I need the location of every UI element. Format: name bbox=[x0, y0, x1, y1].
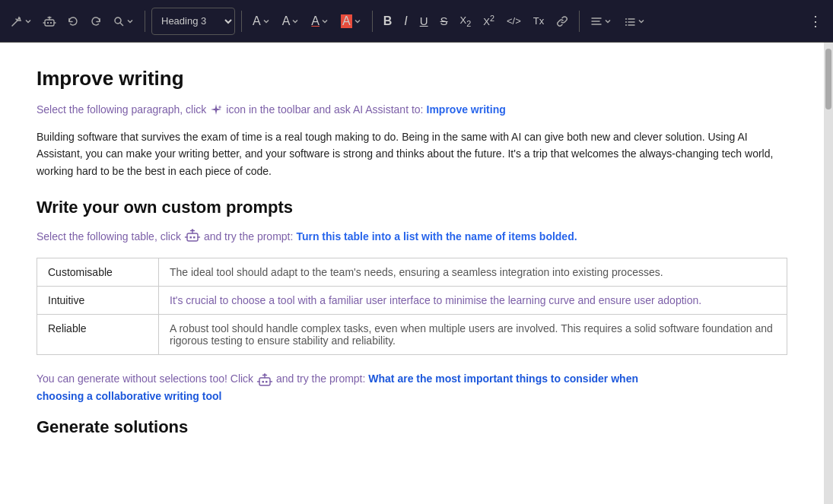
robot-icon bbox=[184, 227, 201, 246]
svg-point-16 bbox=[264, 374, 265, 376]
chevron-down-icon bbox=[321, 17, 329, 25]
font-size-button[interactable]: A bbox=[248, 8, 275, 35]
chevron-down-icon bbox=[262, 17, 270, 25]
instruction-highlight-2: Turn this table into a list with the nam… bbox=[296, 230, 577, 242]
svg-point-6 bbox=[625, 18, 627, 20]
code-button[interactable]: </> bbox=[502, 8, 526, 35]
bottom-mid: and try the prompt: bbox=[276, 372, 366, 385]
link-button[interactable] bbox=[552, 8, 573, 35]
svg-rect-14 bbox=[262, 381, 265, 383]
italic-button[interactable]: I bbox=[399, 8, 412, 35]
align-icon bbox=[590, 15, 602, 27]
svg-rect-1 bbox=[45, 20, 54, 26]
link-icon bbox=[556, 15, 568, 27]
editor-wrapper[interactable]: Improve writing Select the following par… bbox=[0, 43, 824, 504]
clear-format-button[interactable]: Tx bbox=[529, 8, 548, 35]
redo-icon bbox=[90, 15, 102, 27]
svg-rect-3 bbox=[50, 22, 52, 24]
chevron-down-icon bbox=[604, 17, 612, 25]
table-cell-col1-1: Intuitive bbox=[37, 287, 159, 315]
instruction-post-1: icon in the toolbar and ask AI Assistant… bbox=[226, 103, 423, 116]
table-cell-col2-0: The ideal tool should adapt to the team'… bbox=[159, 258, 787, 287]
table-cell-col2-2: A robust tool should handle complex task… bbox=[159, 315, 787, 355]
more-options-button[interactable]: ⋮ bbox=[804, 8, 827, 35]
data-table: Customisable The ideal tool should adapt… bbox=[37, 258, 787, 355]
toolbar-group-tools bbox=[6, 8, 138, 35]
svg-point-5 bbox=[115, 17, 121, 24]
svg-point-4 bbox=[49, 16, 50, 17]
magic-wand-button[interactable] bbox=[6, 8, 37, 35]
table-cell-col2-1: It's crucial to choose a tool with a fam… bbox=[159, 287, 787, 315]
strikethrough-label: S bbox=[440, 14, 448, 27]
table-row: Intuitive It's crucial to choose a tool … bbox=[37, 287, 787, 315]
section2-heading: Write your own custom prompts bbox=[37, 198, 787, 217]
strikethrough-button[interactable]: S bbox=[436, 8, 453, 35]
subscript-label: X2 bbox=[460, 14, 472, 28]
search-replace-button[interactable] bbox=[108, 8, 138, 35]
table-cell-col1-2: Reliable bbox=[37, 315, 159, 355]
superscript-button[interactable]: X2 bbox=[478, 8, 499, 35]
undo-icon bbox=[67, 15, 79, 27]
font-family-label: A bbox=[282, 14, 291, 28]
section1-body: Building software that survives the exam… bbox=[37, 128, 787, 179]
svg-point-12 bbox=[192, 229, 193, 230]
toolbar: Heading 1 Heading 2 Heading 3 Heading 4 … bbox=[0, 0, 833, 43]
subscript-button[interactable]: X2 bbox=[456, 8, 476, 35]
font-color-label: A bbox=[311, 14, 320, 28]
separator-4 bbox=[579, 11, 580, 32]
instruction-pre-2: Select the following table, click bbox=[37, 230, 181, 242]
svg-point-7 bbox=[625, 21, 627, 23]
bottom-highlight-2: choosing a collaborative writing tool bbox=[37, 390, 221, 402]
redo-button[interactable] bbox=[85, 8, 107, 35]
svg-point-0 bbox=[19, 17, 21, 19]
svg-rect-2 bbox=[47, 22, 49, 24]
heading-select[interactable]: Heading 1 Heading 2 Heading 3 Heading 4 … bbox=[151, 8, 235, 35]
scrollbar[interactable] bbox=[824, 43, 833, 504]
table-row: Customisable The ideal tool should adapt… bbox=[37, 258, 787, 287]
bold-label: B bbox=[383, 14, 393, 28]
svg-rect-10 bbox=[189, 236, 192, 239]
clear-format-label: Tx bbox=[533, 15, 544, 27]
code-label: </> bbox=[507, 15, 521, 27]
bottom-highlight: What are the most important things to co… bbox=[368, 372, 638, 385]
robot-icon bbox=[43, 14, 56, 28]
svg-rect-11 bbox=[193, 236, 196, 239]
bottom-pre: You can generate without selections too!… bbox=[37, 372, 253, 385]
search-icon bbox=[113, 15, 125, 27]
highlight-label: A bbox=[341, 14, 352, 28]
chevron-down-icon bbox=[126, 17, 134, 25]
chevron-down-icon bbox=[291, 17, 299, 25]
table-row: Reliable A robust tool should handle com… bbox=[37, 315, 787, 355]
section2-instruction: Select the following table, click and tr… bbox=[37, 227, 787, 246]
font-size-label: A bbox=[253, 14, 261, 28]
editor-content: Improve writing Select the following par… bbox=[0, 43, 824, 461]
section1-heading: Improve writing bbox=[37, 67, 787, 90]
sparkle-icon bbox=[209, 103, 223, 116]
section1-instruction: Select the following paragraph, click ic… bbox=[37, 103, 787, 116]
instruction-post-2: and try the prompt: bbox=[204, 230, 294, 242]
svg-rect-13 bbox=[259, 378, 270, 385]
robot-icon-2 bbox=[256, 372, 276, 385]
instruction-highlight-1: Improve writing bbox=[427, 103, 506, 116]
highlight-button[interactable]: A bbox=[336, 8, 366, 35]
separator-1 bbox=[145, 11, 145, 32]
main-area: Improve writing Select the following par… bbox=[0, 43, 833, 504]
list-button[interactable] bbox=[619, 8, 650, 35]
svg-point-8 bbox=[625, 24, 627, 26]
scrollbar-thumb[interactable] bbox=[825, 49, 831, 109]
svg-rect-15 bbox=[265, 381, 268, 383]
undo-button[interactable] bbox=[62, 8, 84, 35]
chevron-down-icon bbox=[637, 17, 645, 25]
align-button[interactable] bbox=[586, 8, 616, 35]
separator-3 bbox=[372, 11, 373, 32]
font-color-button[interactable]: A bbox=[307, 8, 333, 35]
font-family-button[interactable]: A bbox=[278, 8, 304, 35]
table-cell-col1-0: Customisable bbox=[37, 258, 159, 287]
wand-icon bbox=[11, 15, 23, 27]
italic-label: I bbox=[404, 14, 407, 28]
underline-label: U bbox=[420, 14, 428, 27]
bold-button[interactable]: B bbox=[379, 8, 397, 35]
ai-assistant-button[interactable] bbox=[38, 8, 61, 35]
superscript-label: X2 bbox=[483, 14, 494, 27]
underline-button[interactable]: U bbox=[415, 8, 433, 35]
